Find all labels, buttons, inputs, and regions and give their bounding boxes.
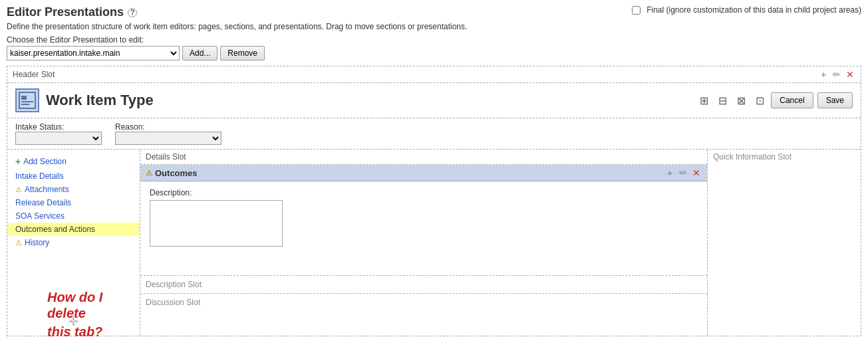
discussion-slot: Discussion Slot xyxy=(140,293,707,311)
nav-label-intake-details: Intake Details xyxy=(15,171,64,181)
toolbar-icon-1[interactable]: ⊞ xyxy=(696,93,711,108)
section-close-icon[interactable]: ✕ xyxy=(691,168,702,178)
section-edit-icon[interactable]: ✏ xyxy=(678,168,688,178)
svg-rect-0 xyxy=(19,92,35,108)
final-checkbox-label: Final (ignore customization of this data… xyxy=(647,5,861,15)
toolbar-icon-3[interactable]: ⊠ xyxy=(734,93,748,108)
work-item-type-title: Work Item Type xyxy=(46,92,154,109)
header-add-icon[interactable]: + xyxy=(818,69,829,80)
description-textarea[interactable] xyxy=(150,200,283,247)
nav-item-release-details[interactable]: Release Details xyxy=(7,196,140,209)
top-left: Editor Presentations ? xyxy=(7,5,137,19)
svg-rect-2 xyxy=(21,101,33,102)
page-title: Editor Presentations ? xyxy=(7,5,137,19)
add-section-item[interactable]: + Add Section xyxy=(7,154,140,170)
add-section-label: Add Section xyxy=(23,157,67,166)
section-title: ⚠ Outcomes xyxy=(146,168,198,178)
top-right: Final (ignore customization of this data… xyxy=(632,5,861,15)
three-col-layout: + Add Section Intake Details ⚠ Attachmen… xyxy=(7,150,861,336)
status-row: Intake Status: Reason: xyxy=(7,118,861,150)
description-label: Description: xyxy=(150,188,698,197)
work-item-title: Work Item Type xyxy=(15,88,154,112)
outcomes-title: Outcomes xyxy=(155,168,198,178)
header-close-icon[interactable]: ✕ xyxy=(845,69,855,80)
reason-select[interactable] xyxy=(115,132,221,145)
details-slot-label: Details Slot xyxy=(146,152,186,162)
top-bar: Editor Presentations ? Final (ignore cus… xyxy=(0,0,868,22)
nav-label-outcomes-and-actions: Outcomes and Actions xyxy=(15,225,95,234)
reason-label: Reason: xyxy=(115,122,145,132)
toolbar-icon-2[interactable]: ⊟ xyxy=(715,93,730,108)
toolbar-icon-4[interactable]: ⊡ xyxy=(752,93,767,108)
save-button[interactable]: Save xyxy=(817,92,853,108)
work-item-icon xyxy=(15,88,39,112)
reason-group: Reason: xyxy=(115,122,221,145)
warning-icon-history: ⚠ xyxy=(15,239,22,247)
intake-status-select[interactable] xyxy=(15,132,102,145)
annotation-line2: this tab? xyxy=(47,324,140,340)
header-slot-label: Header Slot xyxy=(13,70,55,79)
header-action-area: ⊞ ⊟ ⊠ ⊡ Cancel Save xyxy=(696,92,853,108)
outcomes-section-header: ⚠ Outcomes + ✏ ✕ xyxy=(140,165,707,181)
svg-rect-1 xyxy=(21,96,27,100)
add-button[interactable]: Add... xyxy=(182,46,217,60)
quick-info-label: Quick Information Slot xyxy=(713,152,855,162)
work-item-svg xyxy=(18,91,37,110)
section-body: Description: xyxy=(140,181,707,255)
annotation-container: How do I delete this tab? xyxy=(47,289,140,341)
outcomes-warning-icon: ⚠ xyxy=(146,169,152,177)
presentation-select[interactable]: kaiser.presentation.intake.main xyxy=(7,46,180,60)
warning-icon-attachments: ⚠ xyxy=(15,185,22,194)
nav-item-soa-services[interactable]: SOA Services xyxy=(7,209,140,223)
svg-rect-3 xyxy=(21,104,29,105)
nav-label-attachments: Attachments xyxy=(25,185,69,194)
nav-item-outcomes-and-actions[interactable]: Outcomes and Actions xyxy=(7,223,140,236)
nav-item-intake-details[interactable]: Intake Details xyxy=(7,170,140,183)
nav-label-history: History xyxy=(25,238,49,247)
selector-label: Choose the Editor Presentation to edit: xyxy=(7,35,861,45)
add-section-plus-icon: + xyxy=(15,156,21,167)
middle-col: Details Slot ⚠ Outcomes + ✏ ✕ Descriptio… xyxy=(140,150,708,336)
nav-item-history[interactable]: ⚠ History xyxy=(7,236,140,249)
nav-label-soa-services: SOA Services xyxy=(15,211,65,221)
left-nav-col: + Add Section Intake Details ⚠ Attachmen… xyxy=(7,150,140,336)
header-slot: Header Slot + ✏ ✕ xyxy=(7,66,861,83)
header-edit-icon[interactable]: ✏ xyxy=(831,69,842,80)
move-icon: ✛ xyxy=(69,314,78,329)
header-slot-icons: + ✏ ✕ xyxy=(818,69,855,80)
subtitle: Define the presentation structure of wor… xyxy=(0,22,868,35)
annotation-line1: How do I delete xyxy=(47,289,140,321)
nav-label-release-details: Release Details xyxy=(15,198,71,207)
intake-status-group: Intake Status: xyxy=(15,122,102,145)
intake-status-label: Intake Status: xyxy=(15,122,64,132)
help-icon[interactable]: ? xyxy=(128,8,137,17)
editor-area: Header Slot + ✏ ✕ Work Item Type ⊞ ⊟ ⊠ ⊡ xyxy=(7,66,861,336)
work-item-header: Work Item Type ⊞ ⊟ ⊠ ⊡ Cancel Save xyxy=(7,83,861,118)
section-add-icon[interactable]: + xyxy=(664,168,675,178)
final-checkbox[interactable] xyxy=(632,6,641,15)
selector-row: kaiser.presentation.intake.main Add... R… xyxy=(7,46,861,60)
description-slot: Description Slot xyxy=(140,275,707,293)
details-slot-header: Details Slot xyxy=(140,150,707,165)
selector-container: Choose the Editor Presentation to edit: … xyxy=(0,35,868,63)
section-actions: + ✏ ✕ xyxy=(664,168,702,178)
cancel-button[interactable]: Cancel xyxy=(771,92,813,108)
remove-button[interactable]: Remove xyxy=(220,46,265,60)
nav-item-attachments[interactable]: ⚠ Attachments xyxy=(7,183,140,196)
right-col: Quick Information Slot xyxy=(708,150,861,336)
